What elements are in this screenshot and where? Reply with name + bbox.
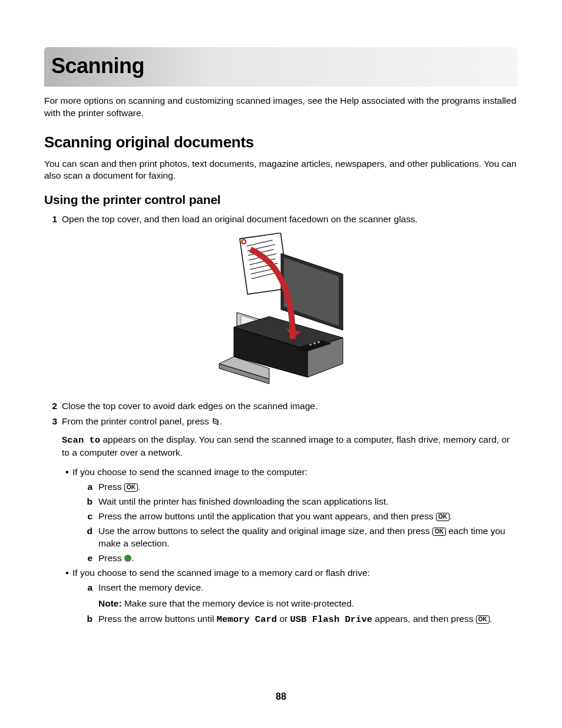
step-text: appears on the display. You can send the… [62,434,510,457]
substep-text: Press the arrow buttons until the applic… [98,511,436,521]
bullet-dot: • [62,567,72,579]
substep-letter: d [80,525,92,550]
substep-body: Use the arrow buttons to select the qual… [98,525,518,550]
substep-text: or [277,614,290,624]
substep-letter: c [80,510,92,523]
ok-button-icon: OK [432,528,446,536]
svg-rect-19 [313,342,316,344]
note-label: Note: [98,598,122,608]
substep-letter: e [80,552,92,565]
display-text: Memory Card [217,614,277,625]
substep-d: d Use the arrow buttons to select the qu… [80,525,518,550]
substep-letter: a [80,582,92,594]
chapter-title-bar: Scanning [44,47,518,87]
step-body: Open the top cover, and then load an ori… [62,213,518,226]
step-3: 3 From the printer control panel, press … [44,416,518,628]
substep-body: Wait until the printer has finished down… [98,496,388,508]
display-text: USB Flash Drive [290,614,372,625]
step-number: 3 [44,416,57,628]
substep-text: . [131,553,134,563]
substep-text: Use the arrow buttons to select the qual… [98,526,432,536]
step-text: From the printer control panel, press [62,416,211,426]
substep-b: b Wait until the printer has finished do… [80,496,518,508]
bullet-text: If you choose to send the scanned image … [72,567,370,579]
section-paragraph: You can scan and then print photos, text… [44,158,518,183]
bullet-item: • If you choose to send the scanned imag… [62,466,518,479]
step-number: 2 [44,400,57,413]
ok-button-icon: OK [436,513,449,521]
step-body: From the printer control panel, press . … [62,416,518,628]
svg-rect-20 [318,341,320,343]
step-body: Close the top cover to avoid dark edges … [62,400,518,413]
note-line: Note: Make sure that the memory device i… [98,598,518,610]
step-2: 2 Close the top cover to avoid dark edge… [44,400,518,413]
substep-a2: a Insert the memory device. [80,582,518,594]
intro-paragraph: For more options on scanning and customi… [44,95,518,120]
substep-text: . [449,511,452,521]
note-text: Make sure that the memory device is not … [122,598,355,608]
scan-icon [211,417,220,429]
ok-button-icon: OK [476,615,490,624]
step-description: Scan to appears on the display. You can … [62,434,518,459]
display-text: Scan to [62,435,100,446]
substep-text: Press the arrow buttons until [98,614,217,624]
bullet-item: • If you choose to send the scanned imag… [62,567,518,579]
substep-text: Press [98,553,124,563]
substep-body: Press the arrow buttons until Memory Car… [98,613,492,626]
substep-letter: a [80,481,92,493]
substep-text: . [138,482,140,492]
bullet-dot: • [62,466,72,479]
section-heading: Scanning original documents [44,132,518,153]
substep-body: Press . [98,552,134,565]
step-1: 1 Open the top cover, and then load an o… [44,213,518,226]
subsection-heading: Using the printer control panel [44,192,518,208]
substep-text: . [490,614,492,624]
svg-rect-18 [309,344,312,345]
substep-body: Insert the memory device. [98,582,203,594]
substep-c: c Press the arrow buttons until the appl… [80,510,518,523]
chapter-title: Scanning [51,52,511,81]
substep-body: Press OK. [98,481,140,493]
ok-button-icon: OK [124,483,138,492]
page-number: 88 [0,690,562,703]
start-button-icon [124,555,131,562]
substep-text: appears, and then press [372,614,476,624]
scanner-figure-svg [204,233,358,386]
substep-b2: b Press the arrow buttons until Memory C… [80,613,518,626]
substep-letter: b [80,613,92,626]
substep-letter: b [80,496,92,508]
substep-e: e Press . [80,552,518,565]
step-text: . [220,416,222,426]
substep-body: Press the arrow buttons until the applic… [98,510,452,523]
step-number: 1 [44,213,57,226]
printer-illustration [44,233,518,390]
bullet-text: If you choose to send the scanned image … [72,466,308,479]
substep-a: a Press OK. [80,481,518,493]
substep-text: Press [98,482,124,492]
